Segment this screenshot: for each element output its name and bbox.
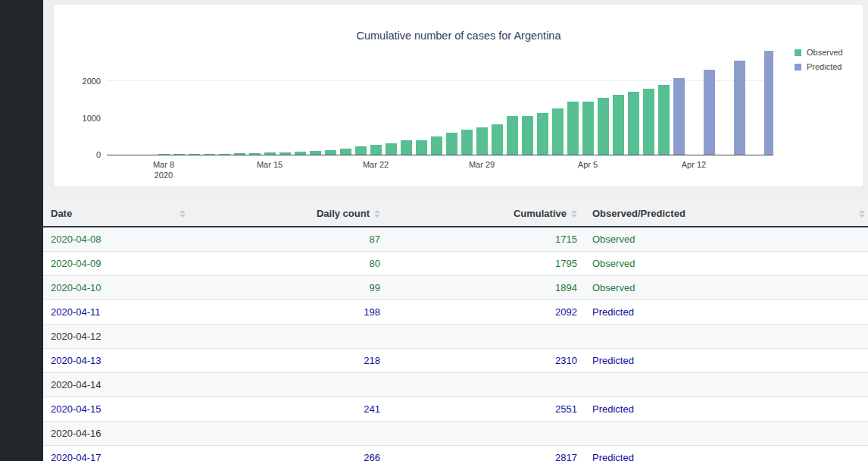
- cell-date: 2020-04-08: [43, 227, 193, 252]
- table-row-2020-04-12: 2020-04-12: [43, 325, 868, 349]
- x-tick-apr-5: Apr 5: [557, 159, 618, 170]
- cell-status: [585, 422, 868, 446]
- bar-observed-2020-03-11: [204, 154, 215, 155]
- bar-observed-2020-03-28: [461, 130, 473, 155]
- x-tick-apr-12: Apr 12: [663, 159, 724, 170]
- bar-observed-2020-03-16: [279, 152, 291, 155]
- cases-table-body: 2020-04-08871715Observed2020-04-09801795…: [43, 227, 868, 461]
- chart-plot-area: [107, 35, 773, 155]
- bar-observed-2020-04-02: [537, 113, 548, 155]
- table-row-2020-04-14: 2020-04-14: [43, 373, 868, 397]
- bar-observed-2020-03-30: [492, 124, 503, 155]
- bar-observed-2020-04-06: [598, 98, 609, 155]
- y-tick-1000: 1000: [60, 114, 101, 123]
- bar-observed-2020-03-20: [340, 149, 351, 155]
- cell-status: Predicted: [585, 300, 868, 325]
- cell-status: Predicted: [585, 397, 868, 422]
- column-label: Observed/Predicted: [592, 208, 685, 219]
- bar-observed-2020-04-07: [613, 95, 624, 155]
- cell-status: [585, 373, 868, 397]
- column-header-date[interactable]: Date: [43, 201, 193, 227]
- cell-daily: [193, 373, 388, 397]
- cell-date: 2020-04-14: [43, 373, 193, 397]
- bar-observed-2020-03-26: [431, 136, 442, 155]
- bar-observed-2020-04-04: [567, 102, 579, 155]
- sort-icon[interactable]: [859, 210, 865, 218]
- cell-cumulative: 1795: [388, 252, 585, 276]
- sort-icon[interactable]: [180, 210, 186, 218]
- cell-daily: 87: [193, 227, 388, 252]
- cell-status: Observed: [585, 227, 868, 252]
- cell-daily: [193, 422, 388, 446]
- cell-cumulative: 1715: [388, 227, 585, 252]
- table-row-2020-04-13: 2020-04-132182310Predicted: [43, 349, 868, 373]
- y-tick-0: 0: [60, 150, 101, 159]
- bar-predicted-2020-04-17: [764, 51, 774, 155]
- x-tick-mar-29: Mar 29: [451, 159, 512, 170]
- bar-observed-2020-03-18: [310, 151, 321, 155]
- bar-observed-2020-03-08: [158, 154, 170, 155]
- cell-date: 2020-04-15: [43, 397, 193, 422]
- cell-cumulative: 2551: [388, 397, 585, 422]
- column-label: Daily count: [317, 208, 370, 219]
- cell-cumulative: [388, 422, 585, 446]
- bar-observed-2020-03-27: [446, 133, 457, 155]
- bar-observed-2020-03-29: [476, 127, 488, 155]
- bar-observed-2020-03-12: [219, 154, 230, 155]
- cell-date: 2020-04-16: [43, 422, 193, 446]
- cases-table-header: DateDaily countCumulativeObserved/Predic…: [43, 201, 868, 227]
- cell-date: 2020-04-09: [43, 252, 193, 276]
- cell-status: Predicted: [585, 349, 868, 373]
- legend-swatch-icon: [795, 64, 801, 71]
- bar-predicted-2020-04-11: [673, 78, 685, 155]
- legend-item-predicted[interactable]: Predicted: [795, 62, 843, 71]
- bar-observed-2020-03-25: [416, 140, 427, 155]
- column-header-cumulative[interactable]: Cumulative: [388, 201, 585, 227]
- bar-observed-2020-03-22: [370, 145, 382, 155]
- bar-observed-2020-03-15: [264, 152, 276, 155]
- table-row-2020-04-15: 2020-04-152412551Predicted: [43, 397, 868, 422]
- bar-observed-2020-03-09: [173, 154, 185, 155]
- cell-daily: 80: [193, 252, 388, 276]
- cell-daily: 99: [193, 276, 388, 300]
- bar-predicted-2020-04-13: [704, 70, 715, 155]
- legend-swatch-icon: [795, 49, 801, 56]
- column-label: Date: [51, 208, 72, 219]
- cell-status: Predicted: [585, 446, 868, 461]
- cell-cumulative: 2092: [388, 300, 585, 325]
- table-row-2020-04-16: 2020-04-16: [43, 422, 868, 446]
- column-header-observed-predicted[interactable]: Observed/Predicted: [585, 201, 868, 227]
- sort-icon[interactable]: [374, 210, 380, 218]
- bar-predicted-2020-04-15: [734, 61, 745, 155]
- bar-observed-2020-03-19: [325, 150, 336, 155]
- cell-daily: 198: [193, 300, 388, 325]
- main-content: Cumulative number of cases for Argentina…: [43, 0, 868, 461]
- column-header-daily-count[interactable]: Daily count: [193, 201, 388, 227]
- legend-item-observed[interactable]: Observed: [795, 48, 843, 57]
- cell-cumulative: [388, 373, 585, 397]
- y-tick-2000: 2000: [60, 77, 101, 86]
- cases-table: DateDaily countCumulativeObserved/Predic…: [43, 201, 868, 461]
- cell-date: 2020-04-10: [43, 276, 193, 300]
- x-tick-mar-8: Mar 82020: [133, 159, 194, 180]
- cell-date: 2020-04-11: [43, 300, 193, 325]
- legend-label: Observed: [807, 48, 843, 57]
- bar-observed-2020-03-31: [507, 116, 518, 155]
- cell-status: Observed: [585, 276, 868, 300]
- cell-daily: [193, 325, 388, 349]
- app-sidebar: [0, 0, 43, 461]
- bar-observed-2020-03-13: [234, 153, 245, 155]
- bar-observed-2020-04-05: [582, 102, 594, 155]
- bar-observed-2020-03-23: [386, 143, 397, 155]
- bar-observed-2020-04-08: [628, 92, 639, 155]
- sort-icon[interactable]: [571, 210, 577, 218]
- cumulative-cases-chart: Cumulative number of cases for Argentina…: [53, 4, 864, 187]
- cell-cumulative: [388, 325, 585, 349]
- bar-observed-2020-03-14: [249, 153, 261, 155]
- cell-date: 2020-04-17: [43, 446, 193, 461]
- bar-observed-2020-03-10: [189, 154, 200, 155]
- bar-observed-2020-03-21: [355, 146, 367, 155]
- cell-status: [585, 325, 868, 349]
- cell-date: 2020-04-12: [43, 325, 193, 349]
- cell-daily: 266: [193, 446, 388, 461]
